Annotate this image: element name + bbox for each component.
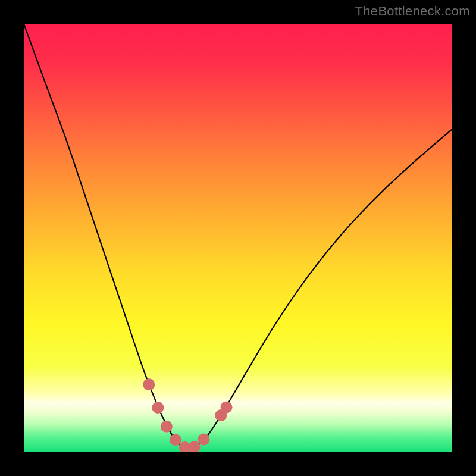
plot-area	[24, 24, 452, 452]
highlight-dot	[221, 401, 233, 413]
highlight-dot	[189, 441, 201, 452]
highlight-dot	[143, 378, 155, 390]
highlight-dot	[161, 421, 173, 433]
watermark-text: TheBottleneck.com	[355, 4, 470, 19]
bottleneck-curve	[24, 24, 452, 452]
highlight-dot	[198, 433, 209, 445]
highlight-dot	[152, 402, 164, 414]
highlight-markers	[143, 378, 232, 452]
highlight-dot	[170, 434, 181, 446]
chart-frame: TheBottleneck.com	[0, 0, 476, 476]
